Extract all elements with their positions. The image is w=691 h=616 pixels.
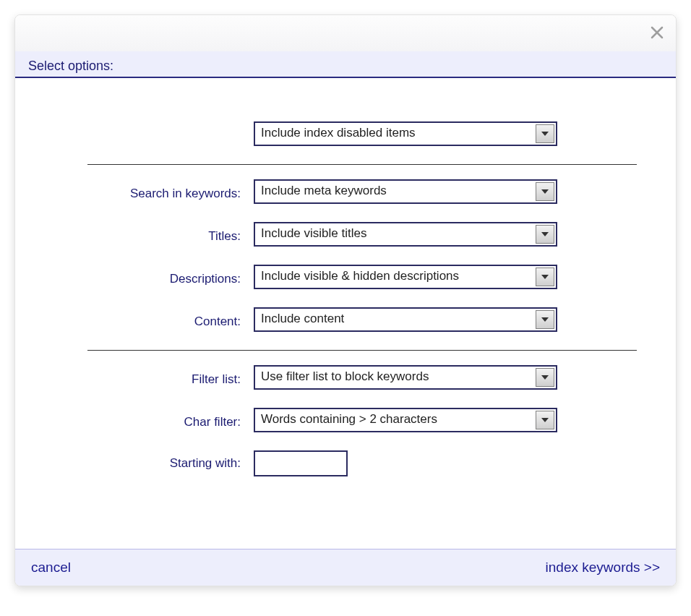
select-char-filter-value: Words containing > 2 characters xyxy=(261,412,530,427)
chevron-down-icon xyxy=(536,411,554,429)
header-title: Select options: xyxy=(28,59,113,73)
dialog-body: Include index disabled items Search in k… xyxy=(15,78,676,549)
label-descriptions: Descriptions: xyxy=(59,272,254,286)
select-index-disabled[interactable]: Include index disabled items xyxy=(254,121,557,146)
select-content-value: Include content xyxy=(261,312,530,326)
divider xyxy=(87,164,637,165)
label-titles: Titles: xyxy=(59,229,254,244)
label-search-keywords: Search in keywords: xyxy=(59,187,254,201)
label-content: Content: xyxy=(59,315,254,329)
chevron-down-icon xyxy=(536,268,554,286)
select-descriptions-value: Include visible & hidden descriptions xyxy=(261,269,530,283)
starting-with-input[interactable] xyxy=(254,450,348,476)
select-filter-list-value: Use filter list to block keywords xyxy=(261,369,530,384)
select-search-keywords-value: Include meta keywords xyxy=(261,184,530,198)
cancel-button[interactable]: cancel xyxy=(31,560,71,576)
dialog-header: Select options: xyxy=(15,51,676,78)
row-filter-list: Filter list: Use filter list to block ke… xyxy=(59,365,632,393)
select-content[interactable]: Include content xyxy=(254,307,557,332)
select-search-keywords[interactable]: Include meta keywords xyxy=(254,179,557,204)
chevron-down-icon xyxy=(536,124,554,143)
dialog-footer: cancel index keywords >> xyxy=(15,549,676,586)
dialog-titlebar xyxy=(15,15,676,51)
divider xyxy=(87,350,637,351)
row-titles: Titles: Include visible titles xyxy=(59,222,632,250)
chevron-down-icon xyxy=(536,310,554,329)
row-starting-with: Starting with: xyxy=(59,450,632,476)
chevron-down-icon xyxy=(536,225,554,244)
index-keywords-button[interactable]: index keywords >> xyxy=(546,560,660,576)
chevron-down-icon xyxy=(536,182,554,201)
row-char-filter: Char filter: Words containing > 2 charac… xyxy=(59,408,632,436)
select-titles-value: Include visible titles xyxy=(261,226,530,241)
row-index-disabled: Include index disabled items xyxy=(59,121,632,150)
select-filter-list[interactable]: Use filter list to block keywords xyxy=(254,365,557,390)
select-titles[interactable]: Include visible titles xyxy=(254,222,557,247)
options-dialog: Select options: Include index disabled i… xyxy=(14,14,677,586)
select-descriptions[interactable]: Include visible & hidden descriptions xyxy=(254,265,557,289)
row-search-keywords: Search in keywords: Include meta keyword… xyxy=(59,179,632,208)
label-filter-list: Filter list: xyxy=(59,372,254,387)
select-index-disabled-value: Include index disabled items xyxy=(261,126,530,140)
row-content: Content: Include content xyxy=(59,307,632,335)
select-char-filter[interactable]: Words containing > 2 characters xyxy=(254,408,557,432)
row-descriptions: Descriptions: Include visible & hidden d… xyxy=(59,265,632,293)
label-starting-with: Starting with: xyxy=(59,456,254,471)
chevron-down-icon xyxy=(536,368,554,387)
label-char-filter: Char filter: xyxy=(59,415,254,429)
close-icon[interactable] xyxy=(648,24,666,41)
